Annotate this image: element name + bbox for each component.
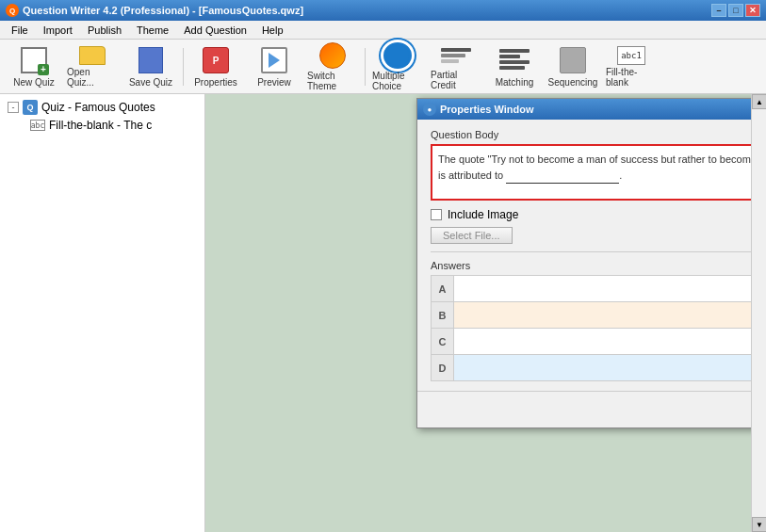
- save-quiz-icon: [139, 47, 163, 73]
- matching-button[interactable]: Matching: [486, 43, 543, 90]
- partial-credit-icon: [441, 43, 471, 68]
- answer-letter-a: A: [432, 276, 454, 302]
- partial-credit-label: Partial Credit: [431, 70, 481, 90]
- answer-row-a[interactable]: A: [432, 276, 767, 302]
- open-quiz-button[interactable]: Open Quiz...: [64, 43, 121, 90]
- main-area: - Q Quiz - Famous Quotes abc Fill-the-bl…: [0, 94, 766, 532]
- include-image-row: Include Image: [431, 208, 766, 221]
- open-quiz-label: Open Quiz...: [67, 67, 118, 88]
- new-quiz-button[interactable]: New Quiz: [6, 43, 62, 90]
- minimize-button[interactable]: –: [711, 4, 726, 17]
- preview-button[interactable]: Preview: [246, 43, 302, 90]
- tree-quiz-item[interactable]: - Q Quiz - Famous Quotes: [4, 98, 201, 117]
- multiple-choice-label: Multiple Choice: [372, 71, 423, 91]
- main-scroll-track: [752, 109, 766, 517]
- menu-help[interactable]: Help: [254, 23, 291, 38]
- menu-bar: File Import Publish Theme Add Question H…: [0, 21, 766, 40]
- sequencing-button[interactable]: Sequencing: [545, 43, 601, 90]
- fill-blank-button[interactable]: abc1 Fill-the-blank: [603, 43, 660, 90]
- question-body-label: Question Body: [431, 129, 766, 140]
- toolbar: New Quiz Open Quiz... Save Quiz P Proper…: [0, 40, 766, 94]
- window-title: Question Writer 4.2 (Professional) - [Fa…: [23, 5, 303, 16]
- tree-expand-icon[interactable]: -: [8, 102, 19, 113]
- switch-theme-button[interactable]: Switch Theme: [304, 43, 361, 90]
- multiple-choice-icon: [383, 42, 412, 69]
- question-text-after: is attributed to: [438, 169, 503, 181]
- answer-cell-c[interactable]: [454, 329, 767, 355]
- dialog-footer: Preview OK: [417, 391, 766, 427]
- fill-blank-label: Fill-the-blank: [606, 67, 657, 88]
- answer-letter-d: D: [432, 355, 454, 381]
- menu-file[interactable]: File: [4, 23, 36, 38]
- main-scrollbar-right: ▲ ▼: [751, 94, 766, 532]
- sequencing-icon: [560, 47, 586, 73]
- preview-label: Preview: [257, 77, 291, 88]
- switch-theme-icon: [319, 42, 346, 69]
- answer-blank: [506, 168, 619, 185]
- window-controls: – □ ✕: [711, 4, 760, 17]
- answers-table: A B C D: [431, 275, 766, 381]
- close-button[interactable]: ✕: [745, 4, 760, 17]
- question-text-before: The quote "Try not to become a man of su…: [438, 153, 766, 165]
- menu-publish[interactable]: Publish: [80, 23, 129, 38]
- quiz-tree-label: Quiz - Famous Quotes: [41, 101, 155, 114]
- quiz-tree-icon: Q: [23, 100, 38, 115]
- answers-section: Answers A B C: [431, 260, 766, 381]
- answer-row-c[interactable]: C: [432, 329, 767, 355]
- title-bar: Q Question Writer 4.2 (Professional) - […: [0, 0, 766, 21]
- answer-cell-b[interactable]: [454, 302, 767, 329]
- include-image-label: Include Image: [448, 208, 518, 221]
- content-area: ● Properties Window ✕ Question Body The …: [205, 94, 766, 532]
- multiple-choice-button[interactable]: Multiple Choice: [369, 43, 426, 90]
- properties-button[interactable]: P Properties: [187, 43, 244, 90]
- dialog-icon: ●: [423, 103, 436, 116]
- answer-letter-b: B: [432, 302, 454, 329]
- open-quiz-icon: [79, 46, 106, 65]
- answer-letter-c: C: [432, 329, 454, 355]
- answers-label: Answers: [431, 260, 766, 271]
- toolbar-separator-1: [183, 48, 184, 86]
- dialog-title-bar: ● Properties Window ✕: [417, 99, 766, 120]
- tree-child-item[interactable]: abc Fill-the-blank - The c: [4, 117, 201, 134]
- main-scroll-down[interactable]: ▼: [752, 517, 766, 532]
- answer-cell-a[interactable]: [454, 276, 767, 302]
- dialog-body: Question Body The quote "Try not to beco…: [417, 120, 766, 391]
- sidebar: - Q Quiz - Famous Quotes abc Fill-the-bl…: [0, 94, 205, 532]
- partial-credit-button[interactable]: Partial Credit: [428, 43, 484, 90]
- main-scroll-up[interactable]: ▲: [752, 94, 766, 109]
- fill-blank-icon: abc1: [617, 46, 645, 65]
- ftb-tree-label: Fill-the-blank - The c: [49, 119, 152, 132]
- answer-cell-d[interactable]: [454, 355, 767, 381]
- new-quiz-label: New Quiz: [13, 77, 54, 88]
- new-quiz-icon: [21, 47, 47, 73]
- properties-label: Properties: [194, 77, 237, 88]
- answer-row-d[interactable]: D: [432, 355, 767, 381]
- matching-label: Matching: [496, 77, 534, 88]
- matching-icon: [499, 49, 530, 72]
- question-body-box[interactable]: The quote "Try not to become a man of su…: [431, 144, 766, 201]
- properties-icon: P: [203, 47, 229, 73]
- switch-theme-label: Switch Theme: [307, 71, 358, 91]
- answer-row-b[interactable]: B: [432, 302, 767, 329]
- ftb-tree-icon: abc: [30, 120, 45, 131]
- app-icon: Q: [6, 4, 19, 17]
- menu-import[interactable]: Import: [36, 23, 80, 38]
- save-quiz-label: Save Quiz: [129, 77, 172, 88]
- include-image-checkbox[interactable]: [431, 209, 442, 220]
- section-divider: [431, 251, 766, 252]
- save-quiz-button[interactable]: Save Quiz: [122, 43, 179, 90]
- maximize-button[interactable]: □: [728, 4, 743, 17]
- preview-icon: [261, 47, 287, 73]
- select-file-button[interactable]: Select File...: [431, 227, 513, 244]
- dialog-title: Properties Window: [440, 104, 534, 115]
- menu-add-question[interactable]: Add Question: [176, 23, 254, 38]
- properties-dialog: ● Properties Window ✕ Question Body The …: [416, 98, 766, 428]
- sequencing-label: Sequencing: [548, 77, 598, 88]
- toolbar-separator-2: [365, 48, 366, 86]
- menu-theme[interactable]: Theme: [129, 23, 176, 38]
